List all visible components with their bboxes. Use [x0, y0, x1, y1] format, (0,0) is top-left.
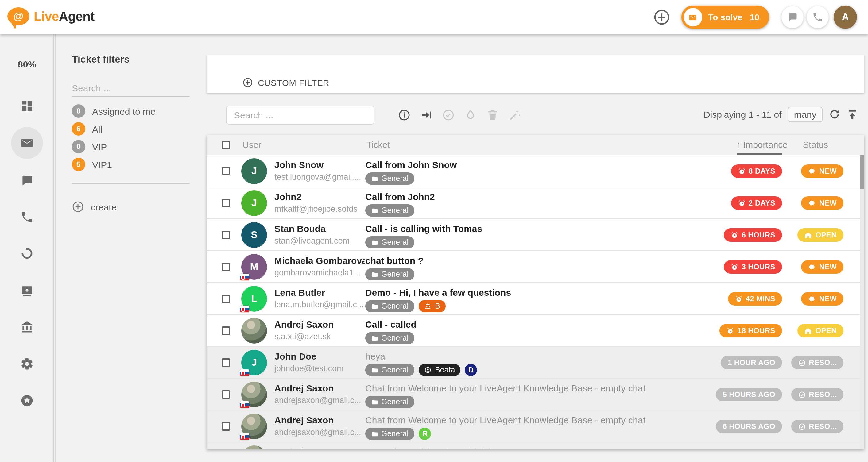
filter-item-vip1[interactable]: 5 VIP1 [72, 157, 207, 172]
filter-item-label: VIP1 [92, 159, 112, 170]
ticket-subject: Chat from Welcome to your LiveAgent Know… [365, 383, 680, 393]
table-row[interactable]: M Michaela Gombarova gombarovamichaela1.… [207, 251, 864, 283]
info-icon [398, 109, 411, 122]
scroll-top-icon[interactable] [846, 108, 858, 120]
folder-icon [371, 335, 378, 341]
user-name: Michaela Gombarova [274, 255, 365, 266]
row-checkbox[interactable] [222, 231, 230, 239]
importance-label: 42 MINS [746, 295, 775, 303]
sidebar-item-chats[interactable] [15, 168, 39, 193]
delete-button[interactable] [486, 109, 499, 122]
ticket-cell: Call from John Snow General [365, 160, 680, 185]
initial-circle-badge: D [465, 364, 477, 376]
user-cell: Lena Butler lena.m.butler@gmail.c... [274, 287, 365, 309]
user-email: andrejsaxon@gmail.c... [274, 428, 365, 437]
resolve-button[interactable] [442, 109, 455, 122]
forward-button[interactable] [420, 109, 433, 122]
table-row[interactable]: Andrej Saxon Merged new tickets into old… [207, 442, 864, 449]
row-checkbox[interactable] [222, 199, 230, 207]
sidebar-item-company[interactable] [15, 315, 39, 339]
liveagent-logo[interactable]: @ LiveAgent [7, 7, 95, 25]
slovakia-flag-icon [240, 305, 249, 312]
table-row[interactable]: Andrej Saxon s.a.x.i@azet.sk Call - call… [207, 315, 864, 346]
table-row[interactable]: S Stan Bouda stan@liveagent.com Call - i… [207, 219, 864, 251]
table-row[interactable]: J John Doe johndoe@test.com heya General… [207, 346, 864, 378]
table-row[interactable]: J John2 mfkaflf@jfioejioe.sofds Call fro… [207, 187, 864, 219]
avatar-initial: M [250, 261, 258, 272]
row-checkbox[interactable] [222, 326, 230, 335]
table-row[interactable]: Andrej Saxon andrejsaxon@gmail.c... Chat… [207, 378, 864, 410]
sidebar-item-customers[interactable] [15, 278, 39, 303]
row-checkbox[interactable] [222, 263, 230, 271]
top-bar: @ LiveAgent To solve 10 A [0, 0, 868, 34]
row-checkbox[interactable] [222, 422, 230, 431]
filter-item-vip[interactable]: 0 VIP [72, 139, 207, 155]
flame-icon [464, 109, 477, 122]
user-email: mfkaflf@jfioejioe.sofds [274, 204, 365, 213]
create-filter-label: create [91, 202, 116, 212]
avatar [241, 446, 267, 449]
plus-circle-icon [653, 9, 670, 26]
select-all-checkbox[interactable] [222, 140, 230, 149]
dashboard-icon [20, 99, 34, 113]
displaying-text: Displaying 1 - 11 of [704, 109, 782, 119]
chat-bubble-icon [787, 12, 798, 23]
status-badge: NEW [801, 164, 843, 178]
status-icon-new [808, 199, 816, 207]
total-count-box[interactable]: many [788, 106, 823, 122]
sidebar-item-dashboard[interactable] [15, 94, 39, 119]
user-cell: Andrej Saxon [274, 447, 365, 449]
importance-label: 3 HOURS [742, 263, 776, 271]
user-email: stan@liveagent.com [274, 236, 365, 245]
filters-search-input[interactable] [72, 80, 190, 97]
create-filter-button[interactable]: create [72, 201, 207, 213]
calls-button[interactable] [807, 6, 829, 28]
header-importance-sort[interactable]: ↑ Importance [736, 140, 787, 150]
sidebar-item-calls[interactable] [15, 205, 39, 229]
ticket-search-input[interactable] [226, 105, 374, 125]
row-checkbox[interactable] [222, 358, 230, 367]
folder-icon [371, 430, 378, 437]
table-row[interactable]: L Lena Butler lena.m.butler@gmail.c... D… [207, 283, 864, 315]
chat-bubble-icon [20, 174, 34, 187]
agent-avatar[interactable]: A [834, 5, 857, 29]
filter-item-all[interactable]: 6 All [72, 121, 207, 137]
spam-button[interactable] [464, 109, 477, 122]
row-checkbox[interactable] [222, 167, 230, 175]
importance-label: 1 HOUR AGO [728, 358, 775, 367]
filter-count-badge: 6 [72, 122, 85, 136]
sidebar-item-settings[interactable] [15, 352, 39, 376]
table-header: User Ticket ↑ Importance Status [207, 135, 864, 155]
scrollbar-thumb[interactable] [860, 155, 864, 189]
table-row[interactable]: J John Snow test.luongova@gmail.... Call… [207, 155, 864, 187]
status-badge: OPEN [797, 228, 843, 242]
department-badge-label: General [381, 334, 408, 342]
refresh-icon[interactable] [829, 108, 840, 120]
ticket-subject: Call - is calling with Tomas [365, 223, 680, 234]
table-scrollbar[interactable] [860, 155, 864, 449]
status-badge: NEW [801, 196, 843, 210]
row-checkbox[interactable] [222, 390, 230, 399]
sidebar-item-gamification[interactable] [15, 388, 39, 413]
header-status[interactable]: Status [803, 140, 828, 150]
table-row[interactable]: Andrej Saxon andrejsaxon@gmail.c... Chat… [207, 410, 864, 442]
sidebar-item-social[interactable] [15, 241, 39, 266]
importance-label: 6 HOURS AGO [722, 422, 775, 431]
ticket-cell: chat button ? General [365, 255, 680, 280]
add-new-button[interactable] [653, 9, 670, 26]
info-button[interactable] [398, 109, 411, 122]
sidebar-item-tickets[interactable] [11, 127, 43, 159]
to-solve-button[interactable]: To solve 10 [681, 5, 769, 29]
chats-button[interactable] [781, 6, 804, 28]
user-name: Andrej Saxon [274, 383, 365, 393]
merge-button[interactable] [508, 109, 521, 122]
custom-filter-button[interactable]: CUSTOM FILTER [243, 77, 329, 88]
avatar-initial: L [251, 293, 257, 304]
phone-icon [20, 210, 34, 224]
row-checkbox[interactable] [222, 295, 230, 303]
user-cell: Andrej Saxon s.a.x.i@azet.sk [274, 319, 365, 341]
filter-item-assigned-to-me[interactable]: 0 Assigned to me [72, 103, 207, 119]
user-name: John Doe [274, 351, 365, 361]
folder-icon [371, 175, 378, 182]
filters-title: Ticket filters [72, 54, 207, 65]
